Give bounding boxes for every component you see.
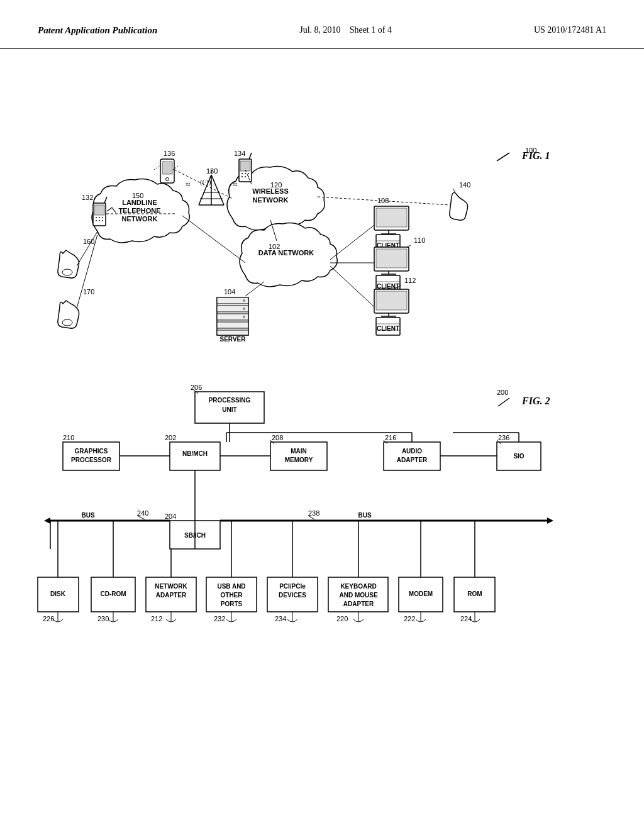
usb-label1: USB AND [217, 583, 245, 590]
ref-210: 210 [63, 434, 74, 441]
svg-point-29 [102, 220, 103, 221]
ref-132: 132 [82, 194, 93, 201]
ref-204: 204 [165, 512, 176, 520]
network-adapter-label2: ADAPTER [156, 592, 187, 599]
main-memory-label2: MEMORY [285, 456, 313, 463]
pub-date: Jul. 8, 2010 [299, 25, 340, 35]
svg-marker-85 [44, 517, 50, 524]
svg-line-76 [330, 266, 374, 307]
svg-line-33 [453, 189, 455, 192]
pci-label1: PCI/PCIe [279, 583, 306, 590]
ref-104: 104 [224, 288, 235, 296]
landline-label1: LANDLINE [122, 199, 157, 206]
data-network-cloud: DATA NETWORK 102 [240, 223, 337, 287]
bus238-label: BUS [358, 512, 371, 519]
svg-point-43 [243, 307, 245, 310]
ref-222: 222 [404, 615, 415, 622]
usb-label2: OTHER [221, 592, 243, 599]
ref-236: 236 [498, 434, 509, 441]
svg-rect-41 [217, 330, 248, 335]
ref-216: 216 [385, 434, 396, 441]
ref-232: 232 [214, 615, 225, 622]
svg-point-19 [245, 176, 246, 177]
bus240-label: BUS [81, 512, 94, 519]
keyboard-label1: KEYBOARD [340, 583, 376, 590]
main-memory-label1: MAIN [291, 448, 307, 455]
svg-point-26 [102, 217, 103, 218]
svg-point-16 [245, 173, 246, 174]
svg-point-35 [62, 319, 72, 326]
keyboard-label3: ADAPTER [343, 600, 374, 607]
client-108: 108 CLIENT [374, 197, 409, 252]
ref-120: 120 [270, 181, 282, 189]
ref-226: 226 [43, 615, 54, 622]
svg-rect-23 [94, 205, 104, 215]
ref-102: 102 [269, 243, 280, 250]
svg-rect-54 [376, 249, 407, 268]
diagrams-svg: FIG. 1 100 WIRELESS NETWORK 120 DATA NET… [0, 49, 644, 829]
signal-zz2: ≈ [233, 180, 238, 189]
landline-label2: TELEPHONE [118, 207, 160, 214]
ref-130: 130 [206, 167, 218, 175]
ref-212: 212 [151, 615, 162, 622]
svg-point-24 [96, 217, 97, 218]
svg-point-25 [99, 217, 100, 218]
svg-point-34 [62, 269, 72, 275]
pci-label2: DEVICES [279, 592, 306, 599]
ref-234: 234 [275, 615, 286, 622]
ref-100: 100 [525, 147, 536, 154]
ref-170: 170 [83, 288, 94, 296]
svg-line-79 [77, 235, 97, 308]
svg-line-21 [249, 153, 252, 159]
disk-label: DISK [50, 590, 66, 597]
ref-202: 202 [165, 434, 176, 441]
ref-208: 208 [272, 434, 283, 441]
svg-rect-9 [162, 162, 172, 174]
svg-line-74 [330, 225, 374, 260]
landline-label3: NETWORK [122, 215, 158, 223]
svg-rect-62 [376, 291, 407, 310]
ref-108: 108 [377, 197, 389, 204]
svg-line-78 [77, 231, 97, 266]
ref-224: 224 [460, 615, 472, 622]
server-label: SERVER [220, 336, 247, 343]
svg-point-44 [243, 316, 245, 318]
main-content: FIG. 1 100 WIRELESS NETWORK 120 DATA NET… [0, 49, 644, 829]
rom-label: ROM [467, 590, 482, 597]
usb-label3: PORTS [221, 600, 243, 607]
ref-206: 206 [191, 384, 202, 391]
server-104: 104 SERVER [217, 288, 248, 343]
svg-point-28 [99, 220, 100, 221]
audio-label2: ADAPTER [397, 456, 428, 463]
ref-220: 220 [336, 615, 348, 622]
data-network-label: DATA NETWORK [258, 249, 314, 257]
ref-150: 150 [132, 192, 143, 199]
svg-line-0 [497, 153, 509, 161]
svg-point-18 [242, 176, 243, 177]
sio-label: SIO [513, 453, 524, 460]
graphics-label2: PROCESSOR [71, 456, 112, 463]
ref-110: 110 [414, 236, 425, 244]
ref-112: 112 [404, 277, 416, 284]
ref-136: 136 [164, 150, 175, 157]
audio-label1: AUDIO [402, 448, 422, 455]
svg-point-17 [248, 173, 249, 174]
svg-line-73 [245, 282, 264, 296]
phone-170: 170 [58, 288, 94, 328]
signal-zz: ≈ [186, 180, 191, 189]
ref-240: 240 [137, 509, 148, 517]
svg-line-80 [498, 398, 509, 406]
svg-rect-14 [240, 161, 250, 171]
keyboard-label2: AND MOUSE [339, 592, 377, 599]
svg-rect-40 [217, 322, 248, 328]
svg-line-4 [211, 175, 224, 205]
fig2-label: FIG. 2 [521, 396, 550, 406]
graphics-label1: GRAPHICS [75, 448, 108, 455]
network-adapter-label1: NETWORK [155, 583, 187, 590]
phone-140: 140 [450, 181, 471, 220]
svg-point-27 [96, 220, 97, 221]
processing-unit-label1: PROCESSING [209, 397, 251, 404]
mobile-134: 134 [234, 150, 252, 182]
cdrom-label: CD-ROM [100, 590, 126, 597]
header-center: Jul. 8, 2010 Sheet 1 of 4 [299, 25, 392, 35]
